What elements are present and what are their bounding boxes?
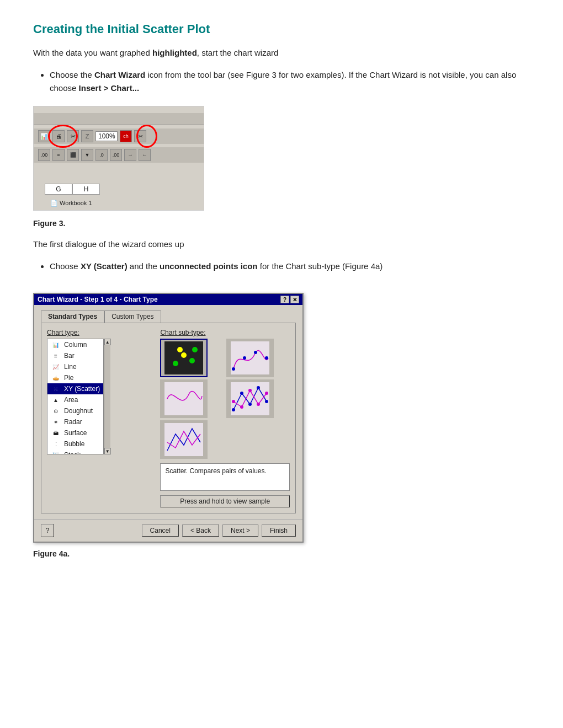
subtype-smooth-curve[interactable] xyxy=(226,339,274,377)
chart-list-scrollbar[interactable]: ▲ ▼ xyxy=(104,339,110,454)
svg-point-13 xyxy=(232,408,235,411)
bar-icon: ≡ xyxy=(51,351,61,360)
bullet-item-2: Choose XY (Scatter) and the unconnected … xyxy=(50,260,530,273)
figure3-description: The first dialogue of the wizard comes u… xyxy=(33,238,530,251)
subtype-straight-dots-svg xyxy=(231,382,269,415)
red-circle-1 xyxy=(48,125,78,148)
xy-scatter-bold: XY (Scatter) xyxy=(81,261,128,271)
chart-item-line[interactable]: 📈 Line xyxy=(47,361,103,372)
radar-icon: ✶ xyxy=(51,417,61,426)
toolbar-icon-4: Z xyxy=(81,130,93,142)
svg-point-17 xyxy=(265,400,268,403)
titlebar-buttons: ? ✕ xyxy=(280,296,299,303)
subtype-dots-svg xyxy=(164,341,203,374)
toolbar-fmt-7: → xyxy=(124,149,136,161)
column-icon: 📊 xyxy=(51,340,61,349)
toolbar-fmt-1: .00 xyxy=(38,149,50,161)
chart-subtype-label: Chart sub-type: xyxy=(160,329,290,336)
pie-icon: 🥧 xyxy=(51,373,61,382)
column-g: G xyxy=(45,184,72,195)
subtype-smooth-svg xyxy=(231,341,269,374)
chart-item-stock[interactable]: 📉 Stock xyxy=(47,449,103,454)
chart-item-bar[interactable]: ≡ Bar xyxy=(47,350,103,361)
subtype-grid xyxy=(160,339,290,459)
toolbar-icon-chart: ch xyxy=(120,130,132,142)
chart-subtype-panel: Chart sub-type: xyxy=(160,329,290,507)
svg-point-20 xyxy=(248,389,252,392)
subtype-straight-dots[interactable] xyxy=(226,379,274,418)
subtype-straight-no-dots[interactable] xyxy=(160,420,208,459)
chart-type-label: Chart type: xyxy=(47,329,155,336)
back-button[interactable]: < Back xyxy=(182,524,219,537)
next-button[interactable]: Next > xyxy=(222,524,258,537)
view-sample-button[interactable]: Press and hold to view sample xyxy=(160,495,290,507)
svg-point-8 xyxy=(243,356,246,360)
footer-left: ? xyxy=(41,524,54,537)
chart-item-pie[interactable]: 🥧 Pie xyxy=(47,372,103,383)
chart-wizard-bold: Chart Wizard xyxy=(94,70,145,79)
subtype-straight-no-dots-svg xyxy=(164,423,203,456)
svg-rect-11 xyxy=(164,382,203,415)
dialog-title: Chart Wizard - Step 1 of 4 - Chart Type xyxy=(38,296,158,303)
chart-item-area[interactable]: ▲ Area xyxy=(47,394,103,405)
intro-paragraph: With the data you want graphed highlight… xyxy=(33,46,530,60)
svg-point-10 xyxy=(265,356,268,360)
chart-item-radar[interactable]: ✶ Radar xyxy=(47,416,103,427)
chart-type-list[interactable]: 📊 Column ≡ Bar 📈 Line 🥧 xyxy=(47,339,104,454)
chart-item-column[interactable]: 📊 Column xyxy=(47,339,103,350)
stock-icon: 📉 xyxy=(51,451,61,454)
svg-point-3 xyxy=(189,358,195,363)
scatter-icon: ⁙ xyxy=(51,384,61,393)
subtype-dots[interactable] xyxy=(160,339,208,377)
scroll-up-arrow[interactable]: ▲ xyxy=(104,339,111,345)
svg-point-15 xyxy=(248,403,252,406)
zoom-percent: 100% xyxy=(95,131,118,141)
svg-point-18 xyxy=(232,400,235,403)
help-titlebar-btn[interactable]: ? xyxy=(280,296,289,303)
column-h: H xyxy=(72,184,100,195)
chart-item-xy-scatter[interactable]: ⁙ XY (Scatter) xyxy=(47,383,103,394)
subtype-smooth-no-dots-svg xyxy=(164,382,203,415)
svg-point-22 xyxy=(265,392,268,395)
insert-chart-bold: Insert > Chart... xyxy=(79,83,140,93)
chart-item-surface[interactable]: 🏔 Surface xyxy=(47,427,103,438)
svg-point-2 xyxy=(181,352,187,358)
intro-text-before: With the data you want graphed xyxy=(33,48,152,57)
doughnut-icon: ⊙ xyxy=(51,406,61,415)
tab-standard-types[interactable]: Standard Types xyxy=(41,311,104,323)
chart-wizard-dialog: Chart Wizard - Step 1 of 4 - Chart Type … xyxy=(33,293,304,543)
svg-point-16 xyxy=(257,386,260,389)
bubble-icon: ⁚ xyxy=(51,440,61,448)
chart-type-panel: Chart type: 📊 Column ≡ Bar 📈 xyxy=(47,329,155,507)
toolbar-fmt-4: ▼ xyxy=(81,149,93,161)
help-button[interactable]: ? xyxy=(41,524,54,537)
svg-point-19 xyxy=(240,405,243,409)
figure4a-caption: Figure 4a. xyxy=(33,549,530,558)
svg-point-5 xyxy=(192,347,198,352)
toolbar-fmt-6: .00 xyxy=(110,149,122,161)
svg-rect-6 xyxy=(231,341,269,374)
toolbar-fmt-3: ⬛ xyxy=(67,149,79,161)
dialog-titlebar: Chart Wizard - Step 1 of 4 - Chart Type … xyxy=(34,294,302,305)
toolbar-fmt-8: ← xyxy=(139,149,151,161)
intro-text-after: , start the chart wizard xyxy=(197,48,279,57)
figure3-caption: Figure 3. xyxy=(33,219,530,228)
dialog-footer: ? Cancel < Back Next > Finish xyxy=(34,519,302,542)
chart-description: Scatter. Compares pairs of values. xyxy=(160,463,290,491)
finish-button[interactable]: Finish xyxy=(262,524,296,537)
footer-right: Cancel < Back Next > Finish xyxy=(142,524,296,537)
svg-rect-23 xyxy=(164,423,203,456)
area-icon: ▲ xyxy=(51,395,61,404)
svg-point-9 xyxy=(254,351,257,354)
scroll-down-arrow[interactable]: ▼ xyxy=(104,448,111,454)
chart-item-doughnut[interactable]: ⊙ Doughnut xyxy=(47,405,103,416)
intro-bold: highlighted xyxy=(152,48,197,57)
toolbar-fmt-5: .0 xyxy=(95,149,108,161)
subtype-smooth-no-dots[interactable] xyxy=(160,379,208,418)
close-titlebar-btn[interactable]: ✕ xyxy=(290,296,299,303)
cancel-button[interactable]: Cancel xyxy=(142,524,179,537)
dialog-tabs: Standard Types Custom Types xyxy=(41,311,296,323)
chart-item-bubble[interactable]: ⁚ Bubble xyxy=(47,438,103,449)
surface-icon: 🏔 xyxy=(51,429,61,437)
tab-custom-types[interactable]: Custom Types xyxy=(104,311,161,323)
